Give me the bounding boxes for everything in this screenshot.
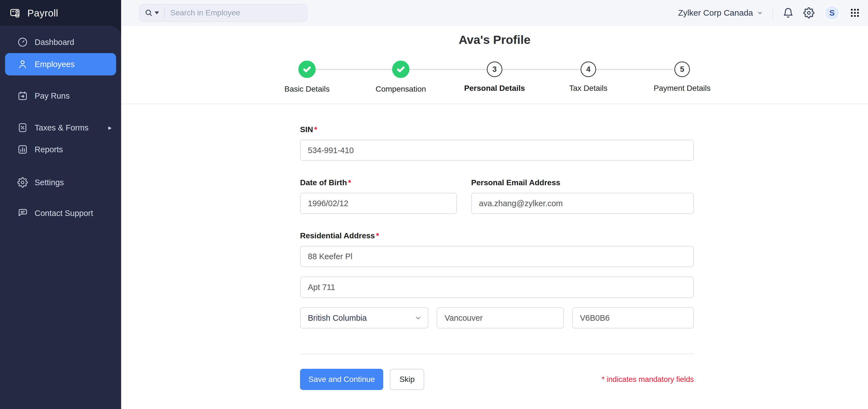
payroll-app: Dashboard Employees Pay Runs Taxes & For… — [0, 0, 868, 409]
sidebar-item-employees[interactable]: Employees — [5, 53, 116, 76]
step-label: Basic Details — [284, 85, 330, 94]
pay-runs-icon — [17, 90, 28, 101]
search-scope-caret-icon[interactable] — [155, 11, 159, 14]
search-bar[interactable] — [139, 4, 308, 22]
step-check-icon — [298, 61, 316, 78]
wizard-stepper: Basic Details Compensation 3 Personal De… — [260, 61, 729, 94]
contact-support-icon — [17, 208, 28, 218]
avatar[interactable]: S — [824, 5, 840, 21]
taxes-forms-icon — [17, 122, 28, 133]
step-number: 3 — [487, 61, 502, 77]
sidebar-item-contact-support[interactable]: Contact Support — [0, 206, 121, 221]
step-check-icon — [392, 61, 409, 78]
province-select[interactable]: British Columbia — [300, 307, 428, 328]
sidebar-item-dashboard[interactable]: Dashboard — [0, 35, 121, 50]
reports-icon — [17, 144, 28, 155]
save-and-continue-button[interactable]: Save and Continue — [300, 369, 383, 390]
chevron-down-icon — [414, 314, 422, 322]
sidebar-item-label: Reports — [35, 145, 63, 154]
sidebar-item-reports[interactable]: Reports — [0, 142, 121, 157]
sidebar-item-label: Pay Runs — [35, 91, 70, 100]
org-name: Zylker Corp Canada — [678, 8, 753, 18]
step-label: Payment Details — [654, 84, 711, 93]
personal-details-form: SIN* Date of Birth* Personal Email Addre… — [300, 125, 694, 390]
sidebar-item-label: Dashboard — [35, 38, 74, 47]
sidebar-item-settings[interactable]: Settings — [0, 175, 121, 190]
sidebar-item-pay-runs[interactable]: Pay Runs — [0, 88, 121, 104]
step-basic-details[interactable]: Basic Details — [260, 61, 354, 94]
required-asterisk: * — [348, 178, 351, 187]
city-input[interactable] — [437, 307, 564, 328]
topbar: Zylker Corp Canada S — [121, 0, 868, 26]
step-label: Personal Details — [464, 84, 525, 93]
sin-label: SIN* — [300, 125, 694, 135]
dob-label: Date of Birth* — [300, 178, 457, 188]
address-line1-input[interactable] — [300, 246, 694, 267]
sidebar-item-label: Contact Support — [35, 209, 93, 218]
form-divider — [300, 354, 694, 354]
step-payment-details[interactable]: 5 Payment Details — [635, 61, 729, 94]
notifications-bell-icon[interactable] — [783, 7, 794, 19]
sidebar: Dashboard Employees Pay Runs Taxes & For… — [0, 0, 121, 409]
step-label: Tax Details — [569, 84, 608, 93]
required-asterisk: * — [376, 231, 379, 240]
mandatory-fields-note: * indicates mandatory fields — [602, 375, 694, 384]
app-logo: Payroll — [0, 0, 121, 26]
sidebar-item-label: Taxes & Forms — [35, 123, 89, 133]
settings-gear-icon[interactable] — [803, 7, 814, 19]
page-title: Ava's Profile — [121, 33, 868, 47]
search-divider — [164, 7, 165, 18]
search-input[interactable] — [170, 8, 302, 17]
step-tax-details[interactable]: 4 Tax Details — [541, 61, 635, 94]
form-actions: Save and Continue Skip * indicates manda… — [300, 369, 694, 390]
employees-icon — [17, 59, 28, 69]
residential-address-label: Residential Address* — [300, 231, 694, 241]
dob-input[interactable] — [300, 193, 457, 214]
step-compensation[interactable]: Compensation — [354, 61, 448, 94]
apps-grid-icon[interactable] — [849, 7, 860, 18]
submenu-arrow-icon: ▸ — [108, 124, 112, 132]
step-number: 4 — [581, 61, 596, 77]
chevron-down-icon — [757, 10, 763, 16]
topbar-divider — [773, 6, 773, 19]
required-asterisk: * — [314, 125, 317, 134]
step-label: Compensation — [376, 85, 426, 94]
search-icon — [145, 9, 153, 17]
payroll-logo-icon — [9, 7, 21, 19]
avatar-initial: S — [829, 8, 835, 18]
sidebar-body: Dashboard Employees Pay Runs Taxes & For… — [0, 26, 121, 409]
step-personal-details[interactable]: 3 Personal Details — [448, 61, 541, 94]
email-label: Personal Email Address — [471, 178, 694, 188]
sidebar-item-label: Settings — [35, 178, 64, 187]
sin-input[interactable] — [300, 140, 694, 161]
main-content: Ava's Profile Basic Details Compensation — [121, 26, 868, 409]
step-number: 5 — [674, 61, 690, 77]
province-value: British Columbia — [308, 314, 367, 323]
address-line2-input[interactable] — [300, 276, 694, 298]
org-switcher[interactable]: Zylker Corp Canada — [678, 8, 763, 18]
app-title: Payroll — [27, 7, 58, 19]
skip-button[interactable]: Skip — [390, 369, 424, 390]
email-input[interactable] — [471, 193, 694, 214]
dashboard-icon — [17, 37, 28, 48]
sidebar-item-taxes-forms[interactable]: Taxes & Forms ▸ — [0, 120, 121, 135]
settings-gear-icon — [17, 177, 28, 188]
topbar-right-cluster: Zylker Corp Canada S — [678, 0, 860, 26]
postal-code-input[interactable] — [572, 307, 694, 328]
sidebar-item-label: Employees — [35, 60, 74, 69]
section-divider — [121, 104, 868, 104]
